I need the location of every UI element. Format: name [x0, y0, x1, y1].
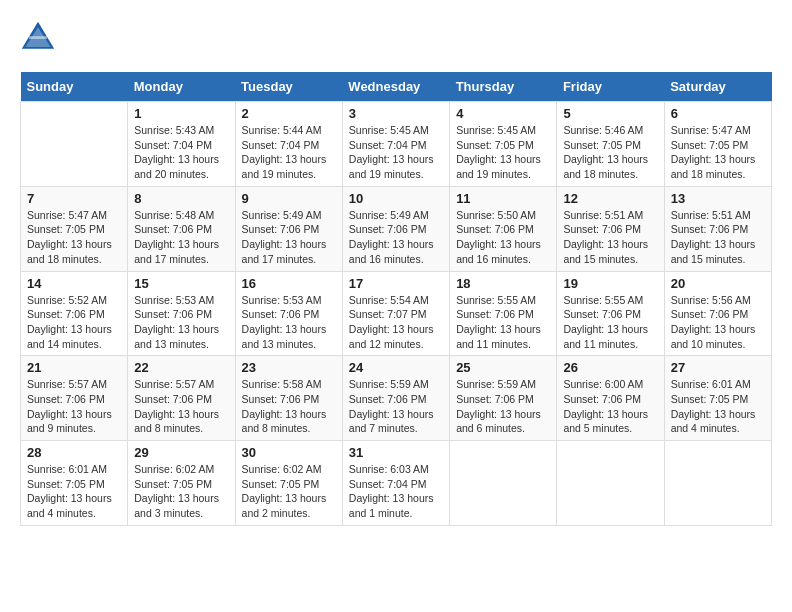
header-saturday: Saturday	[664, 72, 771, 102]
day-number: 15	[134, 276, 228, 291]
calendar-cell	[664, 441, 771, 526]
header-friday: Friday	[557, 72, 664, 102]
day-info: Sunrise: 5:55 AMSunset: 7:06 PMDaylight:…	[563, 293, 657, 352]
day-info: Sunrise: 5:59 AMSunset: 7:06 PMDaylight:…	[456, 377, 550, 436]
day-info: Sunrise: 5:44 AMSunset: 7:04 PMDaylight:…	[242, 123, 336, 182]
calendar-cell: 21Sunrise: 5:57 AMSunset: 7:06 PMDayligh…	[21, 356, 128, 441]
calendar-cell: 27Sunrise: 6:01 AMSunset: 7:05 PMDayligh…	[664, 356, 771, 441]
day-number: 5	[563, 106, 657, 121]
day-number: 24	[349, 360, 443, 375]
calendar-cell: 7Sunrise: 5:47 AMSunset: 7:05 PMDaylight…	[21, 186, 128, 271]
day-number: 27	[671, 360, 765, 375]
calendar-cell: 15Sunrise: 5:53 AMSunset: 7:06 PMDayligh…	[128, 271, 235, 356]
calendar-header-row: SundayMondayTuesdayWednesdayThursdayFrid…	[21, 72, 772, 102]
header-thursday: Thursday	[450, 72, 557, 102]
logo	[20, 20, 60, 56]
day-number: 1	[134, 106, 228, 121]
day-number: 4	[456, 106, 550, 121]
week-row-5: 28Sunrise: 6:01 AMSunset: 7:05 PMDayligh…	[21, 441, 772, 526]
calendar-cell: 16Sunrise: 5:53 AMSunset: 7:06 PMDayligh…	[235, 271, 342, 356]
calendar-cell: 25Sunrise: 5:59 AMSunset: 7:06 PMDayligh…	[450, 356, 557, 441]
day-number: 30	[242, 445, 336, 460]
week-row-2: 7Sunrise: 5:47 AMSunset: 7:05 PMDaylight…	[21, 186, 772, 271]
day-info: Sunrise: 5:51 AMSunset: 7:06 PMDaylight:…	[563, 208, 657, 267]
calendar-cell: 24Sunrise: 5:59 AMSunset: 7:06 PMDayligh…	[342, 356, 449, 441]
day-number: 13	[671, 191, 765, 206]
calendar-cell: 10Sunrise: 5:49 AMSunset: 7:06 PMDayligh…	[342, 186, 449, 271]
day-info: Sunrise: 5:47 AMSunset: 7:05 PMDaylight:…	[671, 123, 765, 182]
calendar-cell: 20Sunrise: 5:56 AMSunset: 7:06 PMDayligh…	[664, 271, 771, 356]
header-wednesday: Wednesday	[342, 72, 449, 102]
calendar-cell: 26Sunrise: 6:00 AMSunset: 7:06 PMDayligh…	[557, 356, 664, 441]
day-info: Sunrise: 5:59 AMSunset: 7:06 PMDaylight:…	[349, 377, 443, 436]
day-info: Sunrise: 5:49 AMSunset: 7:06 PMDaylight:…	[242, 208, 336, 267]
week-row-4: 21Sunrise: 5:57 AMSunset: 7:06 PMDayligh…	[21, 356, 772, 441]
day-number: 11	[456, 191, 550, 206]
day-number: 29	[134, 445, 228, 460]
week-row-3: 14Sunrise: 5:52 AMSunset: 7:06 PMDayligh…	[21, 271, 772, 356]
day-number: 28	[27, 445, 121, 460]
calendar-cell: 6Sunrise: 5:47 AMSunset: 7:05 PMDaylight…	[664, 102, 771, 187]
day-number: 26	[563, 360, 657, 375]
calendar-cell: 17Sunrise: 5:54 AMSunset: 7:07 PMDayligh…	[342, 271, 449, 356]
calendar-cell: 3Sunrise: 5:45 AMSunset: 7:04 PMDaylight…	[342, 102, 449, 187]
day-info: Sunrise: 5:53 AMSunset: 7:06 PMDaylight:…	[134, 293, 228, 352]
day-number: 21	[27, 360, 121, 375]
day-number: 25	[456, 360, 550, 375]
calendar-cell: 12Sunrise: 5:51 AMSunset: 7:06 PMDayligh…	[557, 186, 664, 271]
header-sunday: Sunday	[21, 72, 128, 102]
day-number: 14	[27, 276, 121, 291]
day-info: Sunrise: 6:01 AMSunset: 7:05 PMDaylight:…	[27, 462, 121, 521]
day-number: 20	[671, 276, 765, 291]
header-monday: Monday	[128, 72, 235, 102]
day-info: Sunrise: 5:45 AMSunset: 7:04 PMDaylight:…	[349, 123, 443, 182]
day-info: Sunrise: 6:02 AMSunset: 7:05 PMDaylight:…	[134, 462, 228, 521]
calendar-table: SundayMondayTuesdayWednesdayThursdayFrid…	[20, 72, 772, 526]
day-info: Sunrise: 5:54 AMSunset: 7:07 PMDaylight:…	[349, 293, 443, 352]
calendar-cell: 1Sunrise: 5:43 AMSunset: 7:04 PMDaylight…	[128, 102, 235, 187]
day-number: 2	[242, 106, 336, 121]
day-info: Sunrise: 5:57 AMSunset: 7:06 PMDaylight:…	[27, 377, 121, 436]
day-info: Sunrise: 5:48 AMSunset: 7:06 PMDaylight:…	[134, 208, 228, 267]
calendar-cell: 9Sunrise: 5:49 AMSunset: 7:06 PMDaylight…	[235, 186, 342, 271]
calendar-cell: 29Sunrise: 6:02 AMSunset: 7:05 PMDayligh…	[128, 441, 235, 526]
day-info: Sunrise: 5:58 AMSunset: 7:06 PMDaylight:…	[242, 377, 336, 436]
day-info: Sunrise: 5:52 AMSunset: 7:06 PMDaylight:…	[27, 293, 121, 352]
day-info: Sunrise: 6:03 AMSunset: 7:04 PMDaylight:…	[349, 462, 443, 521]
calendar-cell	[450, 441, 557, 526]
calendar-cell: 28Sunrise: 6:01 AMSunset: 7:05 PMDayligh…	[21, 441, 128, 526]
logo-icon	[20, 20, 56, 56]
day-info: Sunrise: 5:57 AMSunset: 7:06 PMDaylight:…	[134, 377, 228, 436]
day-number: 10	[349, 191, 443, 206]
day-info: Sunrise: 6:02 AMSunset: 7:05 PMDaylight:…	[242, 462, 336, 521]
day-info: Sunrise: 6:01 AMSunset: 7:05 PMDaylight:…	[671, 377, 765, 436]
calendar-cell: 2Sunrise: 5:44 AMSunset: 7:04 PMDaylight…	[235, 102, 342, 187]
day-info: Sunrise: 5:51 AMSunset: 7:06 PMDaylight:…	[671, 208, 765, 267]
day-info: Sunrise: 5:43 AMSunset: 7:04 PMDaylight:…	[134, 123, 228, 182]
calendar-cell	[557, 441, 664, 526]
day-number: 17	[349, 276, 443, 291]
calendar-cell: 13Sunrise: 5:51 AMSunset: 7:06 PMDayligh…	[664, 186, 771, 271]
svg-rect-2	[29, 36, 47, 39]
day-number: 8	[134, 191, 228, 206]
header-tuesday: Tuesday	[235, 72, 342, 102]
day-info: Sunrise: 5:56 AMSunset: 7:06 PMDaylight:…	[671, 293, 765, 352]
day-info: Sunrise: 5:45 AMSunset: 7:05 PMDaylight:…	[456, 123, 550, 182]
day-number: 7	[27, 191, 121, 206]
page-header	[20, 20, 772, 56]
day-info: Sunrise: 5:55 AMSunset: 7:06 PMDaylight:…	[456, 293, 550, 352]
calendar-cell: 19Sunrise: 5:55 AMSunset: 7:06 PMDayligh…	[557, 271, 664, 356]
calendar-cell	[21, 102, 128, 187]
day-number: 9	[242, 191, 336, 206]
day-number: 19	[563, 276, 657, 291]
calendar-cell: 4Sunrise: 5:45 AMSunset: 7:05 PMDaylight…	[450, 102, 557, 187]
calendar-cell: 11Sunrise: 5:50 AMSunset: 7:06 PMDayligh…	[450, 186, 557, 271]
calendar-cell: 14Sunrise: 5:52 AMSunset: 7:06 PMDayligh…	[21, 271, 128, 356]
calendar-cell: 22Sunrise: 5:57 AMSunset: 7:06 PMDayligh…	[128, 356, 235, 441]
day-number: 23	[242, 360, 336, 375]
day-number: 12	[563, 191, 657, 206]
calendar-cell: 18Sunrise: 5:55 AMSunset: 7:06 PMDayligh…	[450, 271, 557, 356]
day-number: 22	[134, 360, 228, 375]
day-info: Sunrise: 5:53 AMSunset: 7:06 PMDaylight:…	[242, 293, 336, 352]
day-info: Sunrise: 5:46 AMSunset: 7:05 PMDaylight:…	[563, 123, 657, 182]
